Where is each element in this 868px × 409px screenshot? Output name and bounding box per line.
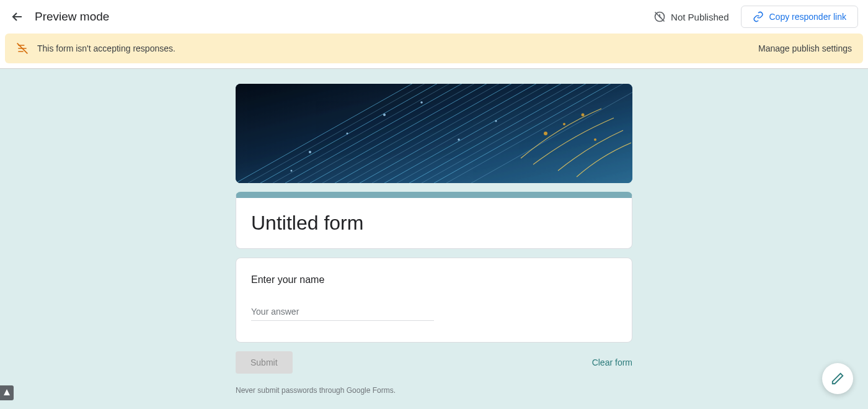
svg-point-29 [291, 170, 293, 172]
not-published-icon [653, 11, 666, 23]
top-bar: Preview mode Not Published Copy responde… [0, 0, 868, 34]
page-body: Untitled form Enter your name Submit Cle… [0, 68, 868, 409]
publish-status: Not Published [653, 11, 728, 23]
pencil-icon [831, 372, 844, 385]
clear-form-link[interactable]: Clear form [592, 357, 632, 367]
form-header-image [236, 84, 632, 183]
svg-point-25 [309, 151, 311, 153]
report-icon [3, 389, 11, 396]
report-problem-tab[interactable] [0, 385, 14, 400]
top-bar-left: Preview mode [10, 9, 109, 24]
top-bar-right: Not Published Copy responder link [653, 6, 858, 28]
edit-form-fab[interactable] [822, 363, 853, 394]
svg-point-30 [458, 138, 459, 140]
form-title: Untitled form [251, 212, 617, 235]
manage-publish-settings-link[interactable]: Manage publish settings [758, 43, 852, 53]
svg-point-27 [383, 114, 386, 116]
form-header-card: Untitled form [236, 192, 632, 249]
svg-point-23 [582, 114, 585, 117]
svg-point-28 [420, 101, 423, 104]
back-arrow-button[interactable] [10, 9, 25, 24]
submit-button[interactable]: Submit [236, 351, 293, 374]
password-warning: Never submit passwords through Google Fo… [236, 386, 632, 395]
svg-rect-1 [236, 84, 632, 183]
link-icon [753, 11, 764, 22]
page-title: Preview mode [35, 10, 109, 24]
warning-banner: This form isn't accepting responses. Man… [5, 34, 863, 63]
publish-status-label: Not Published [671, 12, 728, 22]
svg-rect-32 [7, 392, 7, 393]
svg-point-22 [563, 123, 565, 125]
answer-input[interactable] [251, 304, 434, 321]
form-actions: Submit Clear form [236, 351, 632, 374]
copy-link-label: Copy responder link [769, 12, 846, 22]
svg-rect-33 [7, 394, 7, 395]
arrow-left-icon [10, 9, 25, 24]
question-card: Enter your name [236, 258, 632, 343]
form-closed-icon [16, 42, 29, 55]
svg-point-26 [347, 133, 348, 135]
banner-message: This form isn't accepting responses. [37, 43, 175, 53]
svg-point-24 [594, 138, 596, 141]
form-container: Untitled form Enter your name Submit Cle… [236, 84, 632, 409]
banner-left: This form isn't accepting responses. [16, 42, 175, 55]
svg-point-31 [495, 120, 497, 122]
svg-point-21 [544, 132, 547, 135]
question-label: Enter your name [251, 274, 617, 285]
copy-responder-link-button[interactable]: Copy responder link [741, 6, 858, 28]
